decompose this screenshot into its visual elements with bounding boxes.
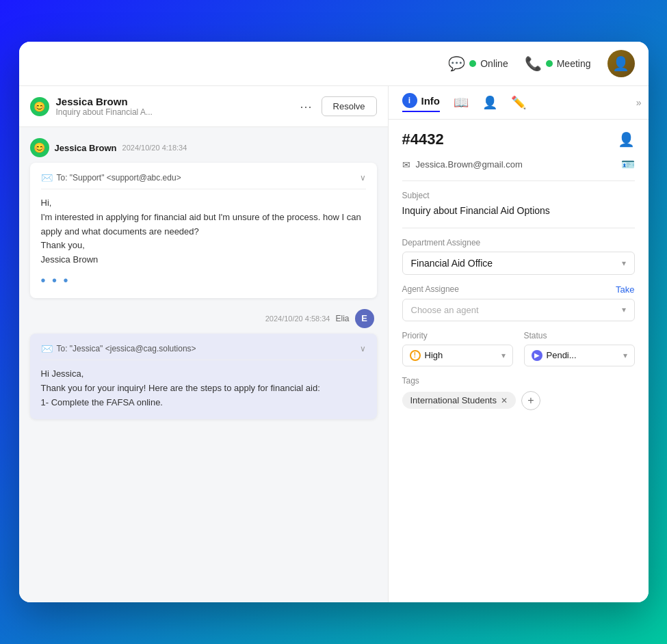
chat-icon: 💬: [448, 55, 465, 72]
subject-label: Subject: [402, 191, 635, 200]
ticket-id-row: #4432 👤: [402, 131, 635, 148]
top-bar: 💬 Online 📞 Meeting 👤: [19, 42, 649, 86]
conv-info: Jessica Brown Inquiry about Financial A.…: [56, 96, 153, 117]
expand-icon-2[interactable]: ∨: [360, 344, 366, 353]
priority-field: Priority ! High ▾: [402, 331, 513, 366]
status-dropdown-arrow: ▾: [623, 351, 627, 360]
online-status[interactable]: 💬 Online: [448, 55, 508, 72]
dept-assignee-field: Department Assignee Financial Aid Office…: [402, 238, 635, 275]
dept-assignee-label: Department Assignee: [402, 238, 635, 247]
header-actions: ⋯ Resolve: [300, 96, 377, 116]
status-field: Status ▶ Pendi... ▾: [524, 331, 635, 366]
sender-avatar-1: 😊: [30, 138, 49, 157]
agent-assignee-dropdown[interactable]: Choose an agent ▾: [402, 299, 635, 321]
resolve-button[interactable]: Resolve: [322, 96, 377, 116]
right-panel-header: i Info 📖 👤 ✏️ »: [389, 86, 649, 120]
sender-name-2: Elia: [335, 314, 349, 323]
priority-dropdown-arrow: ▾: [501, 351, 506, 360]
contact-email-row: ✉ Jessica.Brown@gmail.com 🪪: [402, 158, 635, 171]
tab-person-icon[interactable]: 👤: [482, 95, 497, 110]
email-to-field: ✉️ To: "Support" <support@abc.edu>: [41, 172, 181, 183]
expand-icon-1[interactable]: ∨: [360, 173, 366, 183]
online-dot: [469, 60, 476, 67]
tab-info[interactable]: i Info: [402, 93, 441, 112]
message-expand-dots[interactable]: • • •: [41, 273, 366, 289]
meeting-dot: [546, 60, 553, 67]
phone-icon: 📞: [525, 55, 542, 72]
conv-contact-name: Jessica Brown: [56, 96, 153, 107]
email-to-text-2: To: "Jessica" <jessica@cag.solutions>: [57, 344, 196, 353]
agent-assignee-header: Agent Assignee Take: [402, 284, 635, 295]
agent-assignee-field: Agent Assignee Take Choose an agent ▾: [402, 284, 635, 321]
envelope-icon-2: ✉️: [41, 343, 53, 354]
sender-avatar-2: E: [355, 309, 374, 328]
tag-text: International Students: [410, 395, 497, 405]
main-content: 😊 Jessica Brown Inquiry about Financial …: [19, 86, 649, 602]
messages-area: 😊 Jessica Brown 2024/10/20 4:18:34 ✉️ To…: [19, 127, 388, 602]
contact-card-icon[interactable]: 🪪: [621, 158, 635, 171]
envelope-icon-1: ✉️: [41, 172, 53, 183]
contact-email: Jessica.Brown@gmail.com: [416, 159, 523, 170]
priority-status-row: Priority ! High ▾ Status ▶ Pendi... ▾: [402, 331, 635, 366]
tags-label: Tags: [402, 376, 635, 386]
status-label: Status: [524, 331, 635, 340]
subject-value: Inquiry about Financial Aid Options: [402, 204, 635, 218]
left-panel: 😊 Jessica Brown Inquiry about Financial …: [19, 86, 389, 602]
agent-dropdown-arrow: ▾: [622, 305, 626, 314]
sender-time-2: 2024/10/20 4:58:34: [265, 314, 330, 323]
conv-subtitle: Inquiry about Financial A...: [56, 107, 153, 117]
message-text-2: Hi Jessica, Thank you for your inquiry! …: [41, 367, 366, 410]
message-bubble-1: ✉️ To: "Support" <support@abc.edu> ∨ Hi,…: [30, 163, 377, 298]
info-tab-label: Info: [421, 95, 441, 107]
priority-dropdown[interactable]: ! High ▾: [402, 345, 513, 366]
sender-time-1: 2024/10/20 4:18:34: [122, 144, 187, 152]
tags-container: International Students ✕ +: [402, 391, 635, 410]
message-text-1: Hi, I'm interested in applying for finan…: [41, 196, 366, 267]
tab-book-icon[interactable]: 📖: [454, 95, 469, 110]
sender-row-2: 2024/10/20 4:58:34 Elia E: [30, 309, 377, 328]
more-options-button[interactable]: ⋯: [300, 99, 313, 114]
divider-2: [402, 228, 635, 228]
dept-assignee-value: Financial Aid Office: [411, 258, 493, 269]
dept-assignee-dropdown[interactable]: Financial Aid Office ▾: [402, 252, 635, 275]
email-header-2: ✉️ To: "Jessica" <jessica@cag.solutions>…: [41, 343, 366, 360]
status-value: Pendi...: [547, 350, 577, 360]
right-panel: i Info 📖 👤 ✏️ » #4432 👤 ✉ Jessica.Brow: [389, 86, 649, 602]
message-group-2: 2024/10/20 4:58:34 Elia E ✉️ To: "Jessic…: [30, 309, 377, 419]
email-to-text-1: To: "Support" <support@abc.edu>: [57, 173, 181, 183]
contact-status-icon: 😊: [30, 97, 49, 116]
tag-remove-button[interactable]: ✕: [501, 396, 508, 405]
sender-row-1: 😊 Jessica Brown 2024/10/20 4:18:34: [30, 138, 377, 157]
email-header-1: ✉️ To: "Support" <support@abc.edu> ∨: [41, 172, 366, 189]
email-to-field-2: ✉️ To: "Jessica" <jessica@cag.solutions>: [41, 343, 196, 354]
ticket-id: #4432: [402, 131, 444, 148]
info-content: #4432 👤 ✉ Jessica.Brown@gmail.com 🪪 Subj…: [389, 120, 649, 602]
pending-status-icon: ▶: [532, 350, 542, 361]
expand-panel-icon[interactable]: »: [636, 97, 642, 108]
meeting-label: Meeting: [557, 58, 591, 69]
online-label: Online: [480, 58, 508, 69]
status-dropdown[interactable]: ▶ Pendi... ▾: [524, 345, 635, 366]
email-icon: ✉: [402, 159, 410, 170]
conversation-header: 😊 Jessica Brown Inquiry about Financial …: [19, 86, 388, 127]
info-icon: i: [402, 93, 417, 108]
dept-dropdown-arrow: ▾: [622, 258, 626, 268]
agent-assignee-label: Agent Assignee: [402, 284, 459, 294]
message-bubble-2: ✉️ To: "Jessica" <jessica@cag.solutions>…: [30, 334, 377, 419]
tags-section: Tags International Students ✕ +: [402, 376, 635, 410]
high-priority-icon: !: [410, 350, 421, 361]
subject-field: Subject Inquiry about Financial Aid Opti…: [402, 191, 635, 218]
sender-name-1: Jessica Brown: [55, 143, 117, 153]
user-avatar[interactable]: 👤: [607, 50, 635, 77]
tab-edit-icon[interactable]: ✏️: [511, 95, 526, 110]
assign-contact-icon[interactable]: 👤: [618, 131, 635, 148]
priority-label: Priority: [402, 331, 513, 340]
meeting-status[interactable]: 📞 Meeting: [525, 55, 591, 72]
divider-1: [402, 180, 635, 181]
add-tag-button[interactable]: +: [521, 391, 540, 410]
message-group-1: 😊 Jessica Brown 2024/10/20 4:18:34 ✉️ To…: [30, 138, 377, 298]
tag-item: International Students ✕: [402, 392, 516, 409]
agent-placeholder: Choose an agent: [411, 305, 479, 315]
take-button[interactable]: Take: [616, 284, 634, 295]
priority-value: High: [425, 350, 443, 360]
